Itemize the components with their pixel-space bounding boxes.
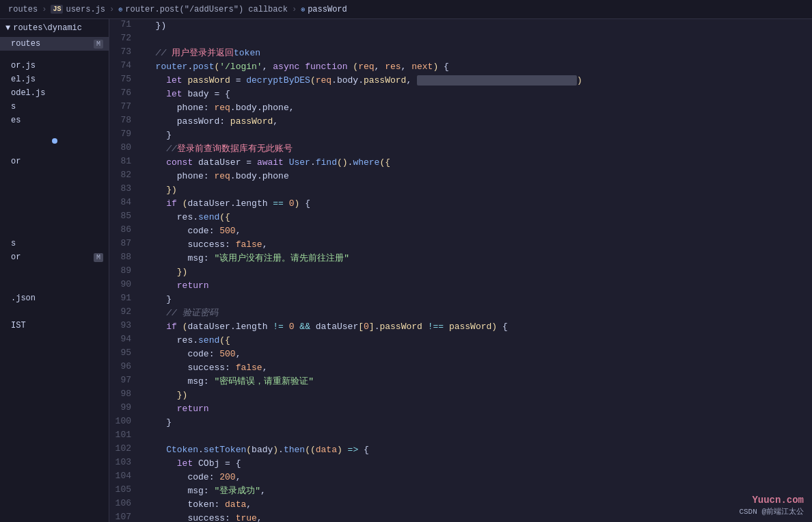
code-line-107: 107 success: true, xyxy=(109,512,812,522)
breadcrumb-password[interactable]: passWord xyxy=(308,5,347,14)
code-line-101: 101 xyxy=(109,430,812,443)
breadcrumb-routes[interactable]: routes xyxy=(8,5,38,14)
sidebar-item-s[interactable]: s xyxy=(0,100,109,114)
breadcrumb-sep-1: › xyxy=(42,5,46,14)
sidebar-bottom-or[interactable]: or M xyxy=(0,250,109,264)
sidebar-item-or[interactable]: or xyxy=(0,155,109,168)
breadcrumb-sep-3: › xyxy=(292,5,297,14)
code-line-81: 81 const dataUser = await User.find().wh… xyxy=(109,156,812,170)
breadcrumb-sep-2: › xyxy=(109,5,114,14)
code-line-94: 94 res.send({ xyxy=(109,334,812,348)
sidebar-item-eljs[interactable]: el.js xyxy=(0,73,109,86)
js-icon: JS xyxy=(51,5,63,14)
sidebar: ▼ routes\dynamic routes M or.js el.js od… xyxy=(0,19,109,522)
main-layout: ▼ routes\dynamic routes M or.js el.js od… xyxy=(0,19,812,522)
binding-icon: ⊗ xyxy=(301,5,305,14)
code-line-85: 85 res.send({ xyxy=(109,211,812,224)
code-line-103: 103 let CObj = { xyxy=(109,457,812,471)
code-line-75: 75 let passWord = decryptByDES(req.body.… xyxy=(109,74,812,88)
code-line-105: 105 msg: "登录成功", xyxy=(109,484,812,498)
sidebar-item-json[interactable]: .json xyxy=(0,291,109,305)
sidebar-dot-indicator xyxy=(0,127,109,155)
sidebar-top-folder[interactable]: ▼ routes\dynamic xyxy=(0,19,109,37)
code-line-86: 86 code: 500, xyxy=(109,224,812,238)
code-line-79: 79 } xyxy=(109,129,812,142)
sidebar-item-modeljs[interactable]: odel.js xyxy=(0,86,109,100)
breadcrumb: routes › JS users.js › ⊕ router.post("/a… xyxy=(0,0,812,19)
folder-icon: ▼ xyxy=(5,23,10,33)
code-line-95: 95 code: 500, xyxy=(109,348,812,361)
code-line-100: 100 } xyxy=(109,416,812,430)
code-line-91: 91 } xyxy=(109,293,812,306)
code-line-99: 99 return xyxy=(109,402,812,416)
code-line-93: 93 if (dataUser.length != 0 && dataUser[… xyxy=(109,320,812,334)
code-line-102: 102 Ctoken.setToken(bady).then((data) =>… xyxy=(109,443,812,457)
breadcrumb-router-post[interactable]: router.post("/addUsers") callback xyxy=(125,5,288,14)
code-line-104: 104 code: 200, xyxy=(109,471,812,484)
status-dot xyxy=(52,138,57,144)
code-line-74: 74 router.post('/login', async function … xyxy=(109,60,812,74)
code-line-78: 78 passWord: passWord, xyxy=(109,115,812,129)
code-editor[interactable]: 71 }) 72 73 // 用户登录并返回token 74 router.po… xyxy=(109,19,812,522)
code-line-72: 72 xyxy=(109,33,812,47)
code-line-89: 89 }) xyxy=(109,265,812,279)
sidebar-item-es[interactable]: es xyxy=(0,114,109,127)
sidebar-item-orjs[interactable]: or.js xyxy=(0,59,109,73)
code-line-96: 96 success: false, xyxy=(109,361,812,375)
code-line-98: 98 }) xyxy=(109,389,812,402)
code-line-82: 82 phone: req.body.phone xyxy=(109,170,812,183)
code-line-84: 84 if (dataUser.length == 0) { xyxy=(109,197,812,211)
code-line-73: 73 // 用户登录并返回token xyxy=(109,47,812,60)
sidebar-bottom-s[interactable]: s xyxy=(0,237,109,250)
code-line-87: 87 success: false, xyxy=(109,238,812,252)
breadcrumb-usersjs[interactable]: users.js xyxy=(66,5,105,14)
code-line-97: 97 msg: "密码错误，请重新验证" xyxy=(109,375,812,389)
code-line-80: 80 //登录前查询数据库有无此账号 xyxy=(109,142,812,156)
route-icon: ⊕ xyxy=(118,5,122,14)
sidebar-item-ist[interactable]: IST xyxy=(0,319,109,332)
code-line-77: 77 phone: req.body.phone, xyxy=(109,101,812,115)
code-line-92: 92 // 验证密码 xyxy=(109,306,812,320)
code-line-90: 90 return xyxy=(109,279,812,293)
code-line-88: 88 msg: "该用户没有注册。请先前往注册" xyxy=(109,252,812,265)
code-line-76: 76 let bady = { xyxy=(109,88,812,101)
code-content: 71 }) 72 73 // 用户登录并返回token 74 router.po… xyxy=(109,19,812,522)
code-line-106: 106 token: data, xyxy=(109,498,812,512)
code-line-83: 83 }) xyxy=(109,183,812,197)
code-line-71: 71 }) xyxy=(109,19,812,33)
sidebar-scroll[interactable]: routes M or.js el.js odel.js s es xyxy=(0,37,109,522)
sidebar-item-routes[interactable]: routes M xyxy=(0,37,109,51)
